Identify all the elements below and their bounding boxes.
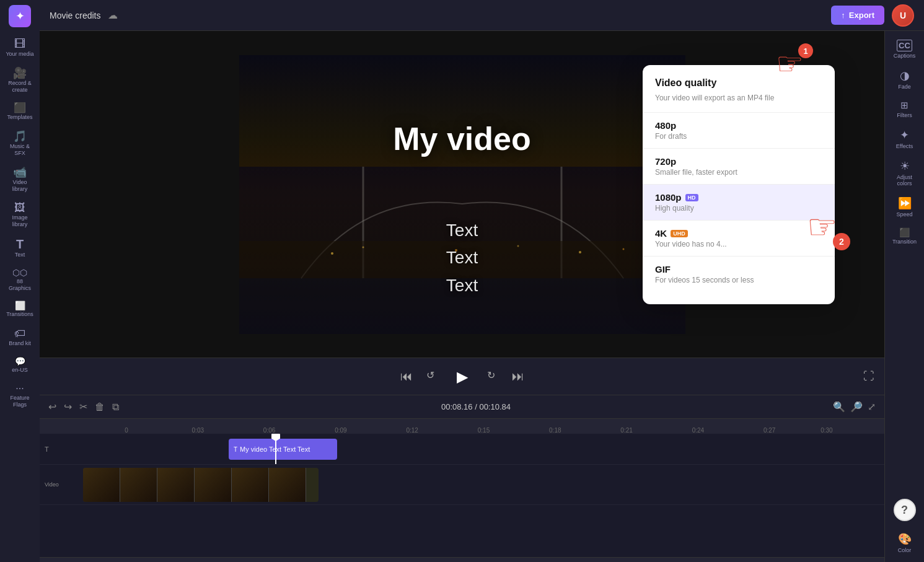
clip-thumb-3 [157,468,195,502]
sidebar-item-video-library[interactable]: 📹 Video library [2,163,37,196]
sidebar-item-en-us[interactable]: 💬 en-US [2,353,37,377]
cut-button[interactable]: ✂ [78,400,89,414]
cursor-badge-1: 1 [798,43,813,58]
export-up-icon: ↑ [841,11,845,20]
play-button[interactable]: ▶ [451,366,473,388]
transition-icon: ⬛ [899,227,910,237]
sidebar-item-record-create[interactable]: 🎥 Record & create [2,64,37,97]
right-item-color[interactable]: 🎨 Color [887,529,922,557]
video-track-content [83,465,884,504]
main-area: Movie credits ☁ ↑ Export U [40,0,924,562]
sidebar-item-music-sfx[interactable]: 🎵 Music & SFX [2,127,37,160]
cloud-save-icon: ☁ [108,9,118,21]
image-library-icon: 🖼 [14,202,25,213]
playback-controls: ⏮ ↺ ▶ ↻ ⏭ ⛶ [40,358,884,395]
clip-thumb-1 [83,468,120,502]
adjust-colors-icon: ☀ [900,159,910,173]
ruler-mark-1: 0:03 [192,427,204,434]
ruler-mark-6: 0:18 [549,427,561,434]
video-sub-text: Text Text Text [446,217,478,300]
quality-option-gif[interactable]: GIF For videos 15 seconds or less [643,257,835,292]
delete-button[interactable]: 🗑 [94,400,106,414]
sidebar-item-feature-flags[interactable]: ··· Feature Flags [2,380,37,412]
sidebar-item-image-library[interactable]: 🖼 Image library [2,198,37,232]
templates-icon: ⬛ [14,103,26,113]
zoom-in-button[interactable]: 🔎 [849,400,864,414]
text-track-content: T My video Text Text Text [83,434,884,464]
timeline-time-display: 00:08.16 / 00:10.84 [441,402,511,411]
ruler-mark-9: 0:27 [763,427,775,434]
video-canvas-container: My video Text Text Text Video quality Yo… [40,31,884,358]
right-item-captions[interactable]: CC Captions [887,36,922,63]
timeline-ruler: 0 0:03 0:06 0:09 0:12 0:15 0:18 0:21 0:2… [40,419,884,434]
video-main-text: My video [393,120,531,157]
duplicate-button[interactable]: ⧉ [111,400,120,414]
svg-point-9 [579,251,581,253]
playhead [275,434,276,464]
content-area: My video Text Text Text Video quality Yo… [40,31,924,562]
brand-icon: 🏷 [14,328,25,339]
quality-option-1080p[interactable]: 1080p HD High quality [643,185,835,220]
your-media-icon: 🎞 [14,38,25,50]
fit-timeline-button[interactable]: ⤢ [866,400,877,414]
quality-option-4k[interactable]: 4K UHD Your video has no 4... [643,221,835,256]
cursor-badge-2: 2 [833,233,850,250]
right-item-effects[interactable]: ✦ Effects [887,125,922,153]
fullscreen-button[interactable]: ⛶ [863,370,874,383]
right-item-adjust-colors[interactable]: ☀ Adjust colors [887,156,922,190]
sidebar-item-text[interactable]: T Text [2,234,37,262]
quality-option-720p[interactable]: 720p Smaller file, faster export [643,149,835,184]
left-sidebar: ✦ 🎞 Your media 🎥 Record & create ⬛ Templ… [0,0,40,562]
right-item-fade[interactable]: ◑ Fade [887,65,922,94]
popup-title: Video quality [643,77,835,94]
transitions-icon: ⬜ [15,301,25,310]
timeline-tracks: T T My video Text Text Text [40,434,884,557]
text-track-row: T T My video Text Text Text [40,434,884,465]
record-icon: 🎥 [13,68,27,79]
skip-back-button[interactable]: ⏮ [400,369,413,384]
svg-text:↺: ↺ [426,370,434,380]
zoom-out-button[interactable]: 🔍 [832,400,847,414]
hd-badge: HD [685,194,698,201]
fade-icon: ◑ [900,69,910,82]
effects-icon: ✦ [900,128,909,142]
ruler-mark-4: 0:12 [406,427,418,434]
video-track-label: Video [40,481,83,488]
ruler-mark-5: 0:15 [478,427,490,434]
undo-button[interactable]: ↩ [47,400,58,414]
redo-button[interactable]: ↪ [63,400,73,414]
video-clip[interactable] [83,468,319,502]
video-preview-area: My video Text Text Text Video quality Yo… [40,31,884,562]
ruler-mark-8: 0:24 [692,427,704,434]
timeline-area: ↩ ↪ ✂ 🗑 ⧉ 00:08.16 / 00:10.84 🔍 🔎 ⤢ [40,395,884,562]
help-button[interactable]: ? [894,499,916,521]
ruler-mark-3: 0:09 [335,427,346,434]
timeline-scrollbar[interactable] [40,557,884,562]
rewind-button[interactable]: ↺ [425,368,439,385]
svg-point-5 [331,252,333,255]
export-button[interactable]: ↑ Export [831,6,884,25]
top-bar: Movie credits ☁ ↑ Export U [40,0,924,31]
quality-option-480p[interactable]: 480p For drafts [643,113,835,148]
sidebar-item-templates[interactable]: ⬛ Templates [2,99,37,125]
text-clip[interactable]: T My video Text Text Text [229,439,337,460]
ruler-mark-7: 0:21 [620,427,632,434]
ruler-mark-10: 0:30 [821,427,832,434]
sidebar-item-your-media[interactable]: 🎞 Your media [2,35,37,61]
sidebar-item-transitions[interactable]: ⬜ Transitions [2,297,37,322]
sidebar-item-brand-kit[interactable]: 🏷 Brand kit [2,324,37,351]
svg-text:↻: ↻ [487,370,495,380]
speed-icon: ⏩ [898,196,912,210]
right-item-filters[interactable]: ⊞ Filters [887,96,922,122]
right-item-transition[interactable]: ⬛ Transition [887,224,922,248]
text-icon: T [16,238,24,250]
graphics-icon: ⬡⬡ [12,268,27,277]
forward-button[interactable]: ↻ [486,368,499,385]
sidebar-item-graphics[interactable]: ⬡⬡ 88 Graphics [2,265,37,296]
svg-point-6 [362,246,364,248]
user-avatar[interactable]: U [892,4,914,27]
skip-forward-button[interactable]: ⏭ [512,369,524,384]
color-icon: 🎨 [898,532,912,546]
clip-thumb-2 [120,468,157,502]
right-item-speed[interactable]: ⏩ Speed [887,193,922,221]
